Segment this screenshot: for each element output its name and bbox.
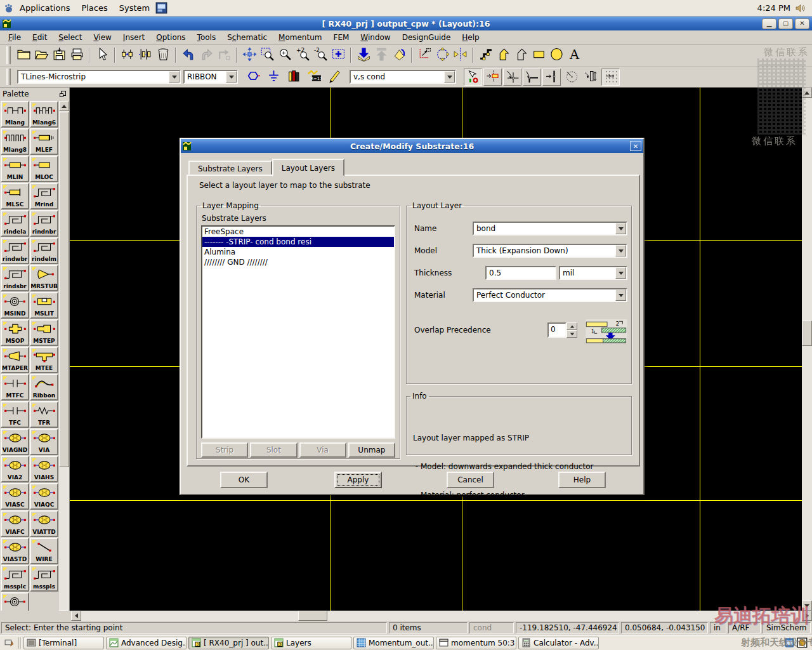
palette-item-mlin[interactable]: MLIN: [1, 156, 29, 182]
menu-schematic[interactable]: Schematic: [221, 31, 273, 44]
trace-button[interactable]: [476, 46, 494, 64]
name-combo[interactable]: bond: [473, 222, 627, 235]
open-button[interactable]: [32, 46, 50, 64]
palette-item-rindwbr[interactable]: rindwbr: [1, 237, 29, 264]
spin-down-icon[interactable]: [566, 330, 577, 338]
palette-item-mrstub[interactable]: MRSTUB: [30, 265, 58, 291]
palette-item-mslit[interactable]: MSLIT: [30, 292, 58, 319]
pin1-button[interactable]: [119, 46, 136, 64]
palette-item-mssplc[interactable]: mssplc: [1, 565, 29, 592]
save-button[interactable]: [50, 46, 68, 64]
palette-item-viattd[interactable]: VIATTD: [30, 510, 58, 537]
polygon-button[interactable]: [494, 46, 512, 64]
palette-item-viahs[interactable]: VIAHS: [30, 456, 58, 482]
snap-arc-button[interactable]: [562, 69, 580, 86]
palette-item-mlsc[interactable]: MLSC: [1, 183, 29, 209]
palette-item-rindsbr[interactable]: rindsbr: [1, 265, 29, 291]
palette-item-viasc[interactable]: VIASC: [1, 483, 29, 510]
menu-designguide[interactable]: DesignGuide: [396, 31, 457, 44]
thickness-unit-combo[interactable]: mil: [559, 266, 627, 280]
taskbar-item[interactable]: 3Layers: [271, 637, 351, 649]
undo-button[interactable]: [180, 46, 197, 64]
origin-button[interactable]: [215, 46, 233, 64]
menu-window[interactable]: Window: [355, 31, 396, 44]
polyline-button[interactable]: [512, 46, 530, 64]
substrate-layer-item[interactable]: //////// GND ////////: [202, 257, 394, 267]
palette-item-msspls[interactable]: msspls: [30, 565, 58, 592]
palette-item-via2[interactable]: VIA2: [1, 456, 29, 482]
taskbar-item[interactable]: momentum 50:3: [436, 637, 516, 649]
palette-item-mlang6[interactable]: Mlang6: [30, 101, 58, 128]
palette-item-viagnd[interactable]: VIAGND: [1, 428, 29, 455]
new-button[interactable]: [15, 46, 32, 64]
move-button[interactable]: [240, 46, 258, 64]
palette-item-msop[interactable]: MSOP: [1, 319, 29, 346]
redo-button[interactable]: [197, 46, 215, 64]
menu-applications[interactable]: Applications: [14, 0, 75, 16]
pop-button[interactable]: [372, 46, 390, 64]
tab-layout-layers[interactable]: Layout Layers: [272, 159, 344, 176]
taskbar-item[interactable]: Advanced Desig...: [106, 637, 187, 649]
panel-app-icon[interactable]: [155, 2, 167, 14]
zoom-p2-button[interactable]: +2: [294, 46, 311, 64]
menu-fem[interactable]: FEM: [327, 31, 355, 44]
dialog-titlebar[interactable]: Create/Modify Substrate:16 ✕: [181, 139, 643, 153]
text-button[interactable]: A: [565, 46, 583, 64]
cursor-button[interactable]: [93, 46, 111, 64]
menu-insert[interactable]: Insert: [117, 31, 150, 44]
palette-item-mlef[interactable]: MLEF: [30, 128, 58, 155]
taskbar-item[interactable]: Calculator - Adv...: [518, 637, 599, 649]
thickness-input[interactable]: 0.5: [485, 266, 556, 280]
palette-item-ribbon[interactable]: Ribbon: [30, 374, 58, 401]
palette-item-rindelm[interactable]: rindelm: [30, 237, 58, 264]
taskbar-item[interactable]: Momentum_out...: [353, 637, 434, 649]
model-combo[interactable]: Thick (Expansion Down): [473, 244, 627, 258]
palette-item-msind[interactable]: MSIND: [1, 292, 29, 319]
palette-item-viastd[interactable]: VIASTD: [1, 538, 29, 564]
entry-layer-combo[interactable]: v,s cond: [350, 70, 456, 84]
palette-item-rindela[interactable]: rindela: [1, 210, 29, 237]
ok-button[interactable]: OK: [220, 472, 268, 488]
apply-button[interactable]: Apply: [334, 472, 382, 488]
chevron-down-icon[interactable]: [169, 71, 180, 83]
palette-item-rindnbr[interactable]: rindnbr: [30, 210, 58, 237]
menu-file[interactable]: File: [3, 31, 27, 44]
scroll-up-icon[interactable]: [802, 88, 812, 98]
palette-item-mloc[interactable]: MLOC: [30, 156, 58, 182]
snap-vertex-button[interactable]: [503, 69, 521, 86]
snap-corner-button[interactable]: [523, 69, 541, 86]
component-combo[interactable]: RIBBON: [183, 70, 238, 84]
menu-options[interactable]: Options: [150, 31, 191, 44]
chevron-down-icon[interactable]: [615, 245, 626, 256]
snap-grid-button[interactable]: [601, 69, 620, 86]
close-icon[interactable]: ✕: [630, 141, 641, 151]
chevron-down-icon[interactable]: [615, 267, 626, 279]
palette-dock-icon[interactable]: [59, 90, 67, 98]
palette-scrollbar[interactable]: [59, 101, 69, 620]
palette-item-via[interactable]: VIA: [30, 428, 58, 455]
palette-item-mtee[interactable]: MTEE: [30, 347, 58, 373]
palette-item-tfc[interactable]: TFC: [1, 401, 29, 428]
scroll-left-icon[interactable]: [71, 611, 81, 621]
scroll-down-icon[interactable]: [802, 600, 812, 611]
scroll-right-icon[interactable]: [802, 611, 812, 621]
menu-momentum[interactable]: Momentum: [273, 31, 327, 44]
chevron-down-icon[interactable]: [226, 71, 237, 83]
taskbar-item[interactable]: 3[ RX40_prj ] out...: [188, 637, 269, 649]
push-button[interactable]: [355, 46, 372, 64]
snap-enable-button[interactable]: [464, 69, 482, 86]
menu-edit[interactable]: Edit: [27, 31, 53, 44]
chevron-down-icon[interactable]: [444, 71, 455, 83]
palette-scroll-thumb[interactable]: [59, 112, 69, 467]
unmap-button[interactable]: Unmap: [348, 442, 395, 458]
palette-item-mrind[interactable]: Mrind: [30, 183, 58, 209]
overlap-precedence-spinner[interactable]: 0: [547, 322, 577, 338]
mirror-button[interactable]: [451, 46, 469, 64]
substrate-layer-item[interactable]: FreeSpace: [202, 227, 394, 237]
print-button[interactable]: [68, 46, 86, 64]
menu-view[interactable]: View: [88, 31, 117, 44]
maximize-icon[interactable]: ▢: [778, 18, 793, 29]
flip3d-button[interactable]: [390, 46, 408, 64]
menu-help[interactable]: Help: [456, 31, 485, 44]
chevron-down-icon[interactable]: [615, 289, 626, 301]
